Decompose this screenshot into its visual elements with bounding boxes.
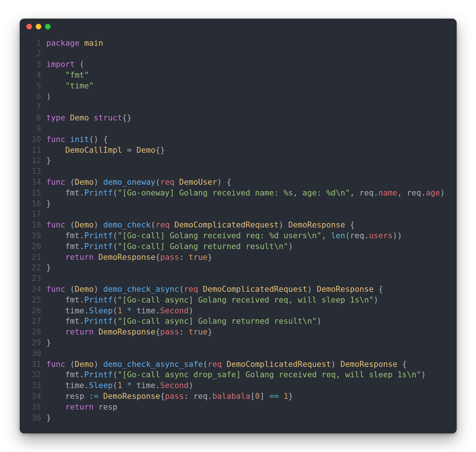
- token-punc: }: [208, 252, 212, 262]
- token-punc: ]: [260, 391, 270, 401]
- code-line[interactable]: 11 DemoCallImpl = Demo{}: [20, 145, 457, 156]
- code-line[interactable]: 32 fmt.Printf("[Go-call async drop_safe]…: [20, 369, 457, 380]
- code-editor[interactable]: 1package main23import (4 "fmt"5 "time"6)…: [20, 35, 457, 434]
- token-fn: Printf: [84, 231, 113, 240]
- token-default: resp: [65, 391, 84, 401]
- token-default: resp: [99, 402, 118, 411]
- token-type: DemoUser: [179, 177, 217, 187]
- token-op: *: [127, 306, 132, 315]
- token-pkg: main: [84, 38, 103, 48]
- code-line[interactable]: 26 time.Sleep(1 * time.Second): [20, 306, 457, 316]
- line-content: }: [46, 262, 51, 273]
- code-line[interactable]: 17: [20, 209, 457, 220]
- code-line[interactable]: 23: [20, 273, 457, 284]
- code-line[interactable]: 25 fmt.Printf("[Go-call async] Golang re…: [20, 295, 457, 306]
- token-default: [46, 402, 65, 411]
- token-kw: func: [46, 177, 70, 187]
- code-line[interactable]: 12}: [20, 155, 457, 166]
- token-punc: ): [331, 359, 341, 369]
- code-line[interactable]: 34 resp := DemoResponse{pass: req.balaba…: [20, 391, 457, 402]
- code-line[interactable]: 14func (Demo) demo_oneway(req DemoUser) …: [20, 177, 457, 188]
- token-punc: .: [364, 231, 369, 240]
- code-line[interactable]: 35 return resp: [20, 402, 457, 413]
- line-content: return DemoResponse{pass: true}: [46, 327, 213, 338]
- code-line[interactable]: 30: [20, 348, 457, 359]
- line-number: 29: [20, 338, 46, 348]
- code-line[interactable]: 24func (Demo) demo_check_async(req DemoC…: [20, 284, 457, 295]
- token-default: [222, 359, 227, 369]
- token-punc: ): [94, 284, 103, 294]
- line-number: 30: [20, 348, 46, 359]
- token-default: [279, 391, 284, 401]
- token-kw: import: [46, 59, 80, 69]
- token-default: [46, 316, 65, 326]
- token-punc: ): [94, 177, 103, 187]
- code-line[interactable]: 31func (Demo) demo_check_async_safe(req …: [20, 359, 457, 370]
- token-bool: true: [189, 327, 208, 336]
- token-type: DemoResponse: [99, 327, 155, 336]
- code-line[interactable]: 6): [20, 91, 457, 102]
- token-punc: .: [155, 306, 160, 315]
- code-line[interactable]: 21 return DemoResponse{pass: true}: [20, 252, 457, 263]
- code-line[interactable]: 1package main: [20, 38, 457, 49]
- line-number: 18: [20, 220, 46, 230]
- code-line[interactable]: 29}: [20, 338, 457, 348]
- code-line[interactable]: 7: [20, 102, 457, 113]
- traffic-light-zoom-icon[interactable]: [45, 24, 51, 29]
- code-line[interactable]: 16}: [20, 198, 457, 209]
- code-line[interactable]: 5 "time": [20, 81, 457, 91]
- code-line[interactable]: 15 fmt.Printf("[Go-oneway] Golang receiv…: [20, 188, 457, 198]
- token-default: [198, 284, 203, 294]
- token-fn: Printf: [84, 188, 113, 197]
- traffic-light-close-icon[interactable]: [26, 24, 32, 29]
- token-punc: ,: [350, 188, 360, 197]
- token-punc: .: [84, 306, 89, 315]
- code-line[interactable]: 20 fmt.Printf("[Go-call] Golang returned…: [20, 241, 457, 252]
- code-line[interactable]: 18func (Demo) demo_check(req DemoComplic…: [20, 220, 457, 230]
- code-window: 1package main23import (4 "fmt"5 "time"6)…: [20, 19, 457, 434]
- code-line[interactable]: 10func init() {: [20, 134, 457, 145]
- token-str: "[Go-oneway] Golang received name: %s, a…: [118, 188, 350, 197]
- code-line[interactable]: 28 return DemoResponse{pass: true}: [20, 327, 457, 338]
- code-line[interactable]: 8type Demo struct{}: [20, 113, 457, 123]
- line-content: resp := DemoResponse{pass: req.balabala[…: [46, 391, 293, 402]
- token-type: DemoResponse: [340, 359, 397, 369]
- line-number: 16: [20, 198, 46, 209]
- code-line[interactable]: 13: [20, 166, 457, 177]
- code-line[interactable]: 4 "fmt": [20, 70, 457, 81]
- code-line[interactable]: 9: [20, 123, 457, 134]
- token-punc: }: [46, 413, 51, 422]
- code-line[interactable]: 33 time.Sleep(1 * time.Second): [20, 380, 457, 391]
- token-fn: demo_check_async_safe: [103, 359, 203, 369]
- token-kw: return: [65, 327, 99, 336]
- token-default: req: [350, 231, 364, 240]
- token-id: Second: [160, 306, 189, 315]
- line-number: 3: [20, 59, 46, 70]
- line-content: func (Demo) demo_check_async_safe(req De…: [46, 359, 407, 370]
- token-default: fmt: [65, 295, 80, 304]
- line-content: fmt.Printf("[Go-call async] Golang recei…: [46, 295, 379, 306]
- code-line[interactable]: 19 fmt.Printf("[Go-call] Golang received…: [20, 230, 457, 241]
- code-line[interactable]: 2: [20, 48, 457, 59]
- code-line[interactable]: 22}: [20, 262, 457, 273]
- token-type: DemoResponse: [288, 220, 345, 229]
- token-punc: (: [113, 188, 118, 197]
- token-punc: ): [307, 284, 317, 294]
- token-punc: }: [46, 338, 51, 347]
- token-kw: type: [46, 113, 70, 122]
- token-punc: (: [113, 370, 118, 379]
- token-punc: .: [421, 188, 426, 197]
- line-content: fmt.Printf("[Go-call] Golang received re…: [46, 230, 402, 241]
- token-default: [46, 391, 65, 401]
- token-punc: ): [46, 92, 51, 101]
- code-line[interactable]: 3import (: [20, 59, 457, 70]
- token-punc: {: [155, 327, 160, 336]
- traffic-light-minimize-icon[interactable]: [36, 24, 41, 29]
- code-line[interactable]: 36}: [20, 413, 457, 423]
- line-number: 25: [20, 295, 46, 306]
- line-number: 22: [20, 262, 46, 273]
- token-fn: Printf: [84, 242, 113, 251]
- token-type: Demo: [75, 359, 94, 369]
- code-line[interactable]: 27 fmt.Printf("[Go-call async] Golang re…: [20, 316, 457, 327]
- token-punc: }: [46, 199, 51, 208]
